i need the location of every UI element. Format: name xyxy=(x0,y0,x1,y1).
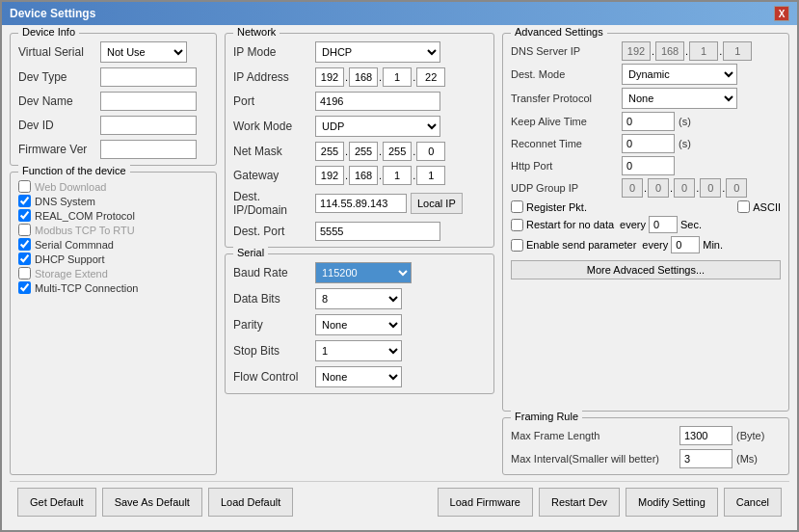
save-as-default-button[interactable]: Save As Default xyxy=(102,488,202,517)
enable-every-label: every xyxy=(642,239,668,251)
function-item-dhcp: DHCP Support xyxy=(18,253,208,265)
dns-seg1[interactable] xyxy=(622,41,651,61)
ascii-label: ASCII xyxy=(753,201,781,213)
gw-seg1[interactable] xyxy=(315,166,344,185)
function-item-web-download: Web Download xyxy=(18,180,208,193)
mask-seg4[interactable] xyxy=(416,142,445,161)
baud-rate-label: Baud Rate xyxy=(233,266,315,279)
data-bits-select[interactable]: 8567 xyxy=(315,288,402,309)
function-panel: Function of the device Web Download DNS … xyxy=(10,172,217,475)
net-mask-group: . . . xyxy=(315,142,445,161)
dns-seg4[interactable] xyxy=(723,41,752,61)
enable-send-checkbox[interactable] xyxy=(511,239,523,252)
udp-seg3[interactable] xyxy=(674,178,695,198)
max-frame-unit: (Byte) xyxy=(736,430,764,441)
framing-panel: Framing Rule Max Frame Length (Byte) Max… xyxy=(502,417,789,475)
firmware-ver-input[interactable]: V1.598 xyxy=(100,140,197,159)
title-bar: Device Settings X xyxy=(2,2,797,25)
baud-rate-select[interactable]: 1152009600192003840057600230400 xyxy=(315,262,412,283)
network-title: Network xyxy=(233,26,280,38)
mask-seg2[interactable] xyxy=(349,142,378,161)
stop-bits-label: Stop Bits xyxy=(233,344,315,358)
register-pkt-checkbox[interactable] xyxy=(511,200,523,213)
local-ip-button[interactable]: Local IP xyxy=(411,193,463,214)
serial-title: Serial xyxy=(233,247,268,258)
udp-seg5[interactable] xyxy=(726,178,747,198)
ip-seg3[interactable] xyxy=(383,67,412,87)
mask-seg1[interactable] xyxy=(315,142,344,161)
port-input[interactable] xyxy=(315,92,440,111)
device-info-title: Device Info xyxy=(18,26,79,38)
virtual-serial-label: Virtual Serial xyxy=(18,45,100,59)
udp-group-ip-group: . . . . xyxy=(622,178,747,198)
dev-id-input[interactable]: 285211967A16 xyxy=(100,116,197,135)
restart-every-label: every xyxy=(620,219,646,230)
load-firmware-button[interactable]: Load Firmware xyxy=(438,488,533,517)
restart-no-data-checkbox[interactable] xyxy=(511,219,523,231)
http-port-input[interactable] xyxy=(622,156,675,175)
ip-mode-label: IP Mode xyxy=(233,45,315,59)
gateway-label: Gateway xyxy=(233,169,315,182)
dest-ip-input[interactable] xyxy=(315,194,407,213)
keep-alive-label: Keep Alive Time xyxy=(511,116,622,127)
ip-seg1[interactable] xyxy=(315,67,344,87)
dest-mode-select[interactable]: DynamicStatic xyxy=(622,64,737,85)
register-pkt-row: Register Pkt. xyxy=(511,200,587,213)
reconnet-input[interactable] xyxy=(622,134,675,153)
ascii-checkbox[interactable] xyxy=(737,200,750,213)
reconnet-row: (s) xyxy=(622,134,691,153)
dev-type-input[interactable] xyxy=(100,67,197,87)
register-pkt-label: Register Pkt. xyxy=(526,201,587,213)
restart-dev-button[interactable]: Restart Dev xyxy=(539,488,620,517)
gw-seg4[interactable] xyxy=(416,166,445,185)
udp-seg2[interactable] xyxy=(648,178,669,198)
parity-select[interactable]: NoneOddEvenMarkSpace xyxy=(315,314,402,335)
function-item-serial: Serial Commnad xyxy=(18,238,208,251)
ip-seg2[interactable] xyxy=(349,67,378,87)
dns-seg2[interactable] xyxy=(655,41,684,61)
max-interval-input[interactable] xyxy=(679,449,732,468)
get-default-button[interactable]: Get Default xyxy=(17,488,96,517)
mask-seg3[interactable] xyxy=(383,142,412,161)
flow-control-label: Flow Control xyxy=(233,370,315,384)
max-interval-unit: (Ms) xyxy=(736,453,758,465)
udp-seg1[interactable] xyxy=(622,178,643,198)
dev-name-input[interactable]: ZLDEV0001 xyxy=(100,92,197,111)
ip-address-group: . . . xyxy=(315,67,445,87)
dns-server-ip-label: DNS Server IP xyxy=(511,45,622,57)
close-button[interactable]: X xyxy=(774,6,789,21)
max-frame-input[interactable] xyxy=(679,426,732,445)
flow-control-select[interactable]: NoneRTS/CTSXON/XOFF xyxy=(315,366,402,387)
keep-alive-input[interactable] xyxy=(622,112,675,131)
gateway-group: . . . xyxy=(315,166,445,185)
work-mode-label: Work Mode xyxy=(233,120,315,133)
stop-bits-select[interactable]: 11.52 xyxy=(315,340,402,361)
restart-every-input[interactable] xyxy=(649,216,678,233)
load-default-button[interactable]: Load Default xyxy=(208,488,293,517)
modify-setting-button[interactable]: Modify Setting xyxy=(626,488,718,517)
restart-no-data-label: Restart for no data xyxy=(526,219,614,230)
restart-sec-label: Sec. xyxy=(680,219,702,230)
enable-every-input[interactable] xyxy=(671,236,700,253)
net-mask-label: Net Mask xyxy=(233,145,315,158)
data-bits-label: Data Bits xyxy=(233,292,315,306)
virtual-serial-select[interactable]: Not UseCOM1COM2 xyxy=(100,41,187,63)
ip-mode-select[interactable]: DHCPStatic xyxy=(315,41,440,63)
enable-min-label: Min. xyxy=(703,239,723,251)
work-mode-select[interactable]: UDPTCP ClientTCP Server xyxy=(315,116,440,137)
parity-label: Parity xyxy=(233,318,315,332)
dest-port-input[interactable] xyxy=(315,222,440,241)
more-advanced-button[interactable]: More Advaced Settings... xyxy=(511,260,781,279)
gw-seg2[interactable] xyxy=(349,166,378,185)
transfer-protocol-select[interactable]: NoneModbus xyxy=(622,88,737,109)
serial-panel: Serial Baud Rate 11520096001920038400576… xyxy=(225,253,494,394)
cancel-button[interactable]: Cancel xyxy=(724,488,782,517)
dns-seg3[interactable] xyxy=(689,41,718,61)
function-item-realcom: REAL_COM Protocol xyxy=(18,209,208,222)
ip-seg4[interactable] xyxy=(416,67,445,87)
firmware-ver-label: Firmware Ver xyxy=(18,143,100,156)
udp-seg4[interactable] xyxy=(700,178,721,198)
device-info-panel: Device Info Virtual Serial Not UseCOM1CO… xyxy=(10,33,217,166)
gw-seg3[interactable] xyxy=(383,166,412,185)
advanced-title: Advanced Settings xyxy=(511,26,607,38)
